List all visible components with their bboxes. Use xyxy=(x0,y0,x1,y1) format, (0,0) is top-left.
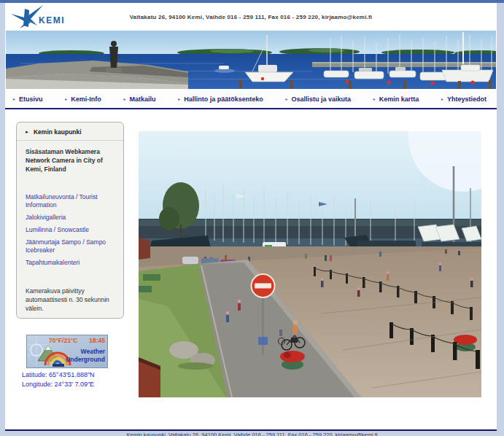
webcam-image xyxy=(139,131,481,397)
camera-refresh-note: Kamerakuva päivittyy automaattisesti n. … xyxy=(26,287,115,313)
webcam-title: Sisäsataman Webkamera Network Camera in … xyxy=(26,147,115,174)
sidebar-link-tapahtumakalenteri[interactable]: Tapahtumakalenteri xyxy=(26,259,115,267)
sidebar: ► Kemin kaupunki Sisäsataman Webkamera N… xyxy=(16,122,124,319)
kemi-webcam-page: KEMI Valtakatu 26, 94100 Kemi, Vaihde 01… xyxy=(0,0,504,436)
widget-brand-line2: Underground xyxy=(66,356,105,363)
logo-text: KEMI xyxy=(39,15,65,26)
nav-item-kemin-kartta[interactable]: ► Kemin kartta xyxy=(373,96,419,103)
main-nav: ► Etusivu ► Kemi-Info ► Matkailu ► Halli… xyxy=(5,90,497,109)
nav-item-yhteystiedot[interactable]: ► Yhteystiedot xyxy=(441,96,486,103)
footer-contact-text: Kemin kaupunki, Valtakatu 26, 94100 Kemi… xyxy=(0,432,504,436)
kemi-logo-icon: KEMI xyxy=(9,5,82,29)
latitude-value: Latitude: 65°43'51.888"N xyxy=(22,370,95,380)
nav-item-etusivu[interactable]: ► Etusivu xyxy=(12,96,42,103)
sidebar-item-kemin-kaupunki[interactable]: ► Kemin kaupunki xyxy=(17,122,123,141)
nav-label: Kemi-Info xyxy=(71,96,101,103)
harbour-panorama-image xyxy=(6,31,496,89)
nav-label: Osallistu ja vaikuta xyxy=(291,96,351,103)
nav-arrow-icon: ► xyxy=(284,98,288,101)
panorama-photo xyxy=(6,31,496,89)
nav-label: Yhteystiedot xyxy=(447,96,486,103)
nav-arrow-icon: ► xyxy=(123,98,126,101)
kemi-logo[interactable]: KEMI xyxy=(9,5,82,29)
page-content: KEMI Valtakatu 26, 94100 Kemi, Vaihde 01… xyxy=(5,3,497,429)
sidebar-link-snowcastle[interactable]: Lumilinna / Snowcastle xyxy=(26,226,115,234)
nav-label: Etusivu xyxy=(19,96,43,103)
sidebar-link-sampo-icebreaker[interactable]: Jäänmurtaja Sampo / Sampo Icebreaker xyxy=(26,238,115,254)
widget-brand-line1: Weather xyxy=(81,348,106,355)
site-header: KEMI Valtakatu 26, 94100 Kemi, Vaihde 01… xyxy=(5,3,497,31)
widget-temperature: 70°F/21°C xyxy=(49,337,77,344)
widget-time: 18:45 xyxy=(89,337,105,344)
weather-widget-banner: 70°F/21°C 18:45 Weather Underground xyxy=(26,335,108,368)
nav-label: Matkailu xyxy=(129,96,155,103)
weather-underground-widget[interactable]: 70°F/21°C 18:45 Weather Underground xyxy=(26,335,108,368)
nav-label: Kemin kartta xyxy=(379,96,419,103)
nav-item-hallinto[interactable]: ► Hallinto ja päätöksenteko xyxy=(177,96,263,103)
arrow-right-icon: ► xyxy=(25,130,29,134)
nav-arrow-icon: ► xyxy=(177,98,181,101)
nav-item-kemi-info[interactable]: ► Kemi-Info xyxy=(64,96,101,103)
nav-arrow-icon: ► xyxy=(441,98,444,101)
sidebar-link-jalokivigalleria[interactable]: Jalokivigalleria xyxy=(26,214,115,222)
camera-coordinates: Latitude: 65°43'51.888"N Longitude: 24°3… xyxy=(22,370,95,389)
nav-item-osallistu[interactable]: ► Osallistu ja vaikuta xyxy=(284,96,351,103)
footer-divider xyxy=(5,429,497,431)
nav-arrow-icon: ► xyxy=(64,98,68,101)
sidebar-link-tourist-information[interactable]: Matkailuneuvonta / Tourist Information xyxy=(26,193,115,209)
longitude-value: Longitude: 24°33' 7.09"E xyxy=(22,380,95,389)
nav-label: Hallinto ja päätöksenteko xyxy=(184,96,263,103)
webcam-photo xyxy=(139,131,481,397)
nav-item-matkailu[interactable]: ► Matkailu xyxy=(123,96,155,103)
contact-address: Valtakatu 26, 94100 Kemi, Vaihde 016 - 2… xyxy=(78,14,424,20)
nav-arrow-icon: ► xyxy=(12,98,16,101)
sidebar-body: Sisäsataman Webkamera Network Camera in … xyxy=(17,141,123,313)
nav-arrow-icon: ► xyxy=(373,98,376,101)
sidebar-header-label: Kemin kaupunki xyxy=(34,128,82,136)
